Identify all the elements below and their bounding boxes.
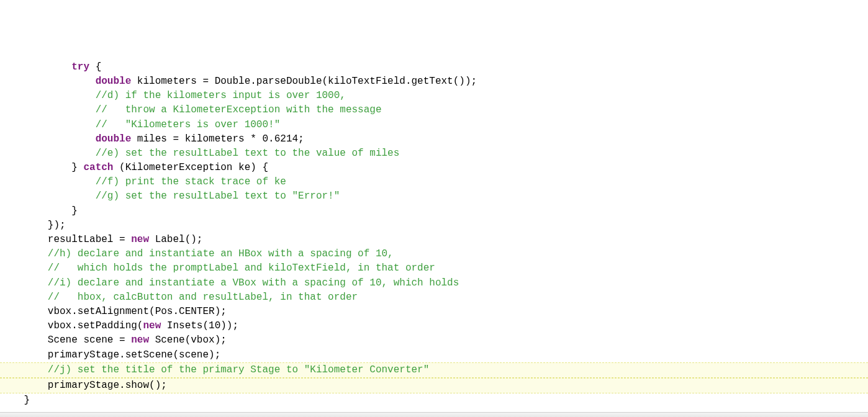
code-line[interactable]: } [0, 204, 868, 218]
indent [0, 104, 96, 115]
code-comment: //j) set the title of the primary Stage … [48, 364, 430, 375]
code-line[interactable]: vbox.setAlignment(Pos.CENTER); [0, 305, 868, 319]
code-keyword: new [131, 234, 149, 245]
indent [0, 148, 96, 159]
code-text: kilometers = Double.parseDouble(kiloText… [131, 76, 477, 87]
indent [0, 364, 48, 375]
code-line[interactable]: }); [0, 218, 868, 233]
indent [0, 349, 48, 361]
indent [0, 277, 48, 289]
code-line[interactable]: double miles = kilometers * 0.6214; [0, 132, 868, 146]
code-keyword: double [96, 133, 132, 145]
code-text: vbox.setAlignment(Pos.CENTER); [48, 306, 227, 317]
code-text: miles = kilometers * 0.6214; [131, 133, 304, 145]
code-text: } [71, 162, 83, 173]
code-line[interactable]: primaryStage.show(); [0, 378, 868, 393]
code-line[interactable]: } [0, 393, 868, 408]
code-line[interactable]: resultLabel = new Label(); [0, 233, 868, 247]
indent [0, 234, 48, 245]
code-line[interactable]: // which holds the promptLabel and kiloT… [0, 261, 868, 276]
code-text: (KilometerException ke) { [113, 162, 268, 173]
code-line[interactable]: try { [0, 60, 868, 74]
code-comment: //d) if the kilometers input is over 100… [96, 90, 346, 101]
code-line[interactable]: // "Kilometers is over 1000!" [0, 118, 868, 132]
code-comment: // "Kilometers is over 1000!" [96, 119, 281, 130]
code-text: Scene(vbox); [149, 334, 227, 346]
code-comment: //e) set the resultLabel text to the val… [96, 148, 400, 159]
code-text: } [71, 205, 78, 217]
code-comment: //g) set the resultLabel text to "Error!… [96, 191, 340, 202]
code-line[interactable]: //d) if the kilometers input is over 100… [0, 89, 868, 103]
indent [0, 220, 48, 231]
code-line[interactable]: } catch (KilometerException ke) { [0, 161, 868, 175]
indent [0, 380, 48, 391]
code-line[interactable]: //j) set the title of the primary Stage … [0, 362, 868, 378]
code-line[interactable]: vbox.setPadding(new Insets(10)); [0, 319, 868, 333]
indent [0, 205, 71, 217]
code-comment: // which holds the promptLabel and kiloT… [48, 262, 435, 274]
indent [0, 306, 48, 317]
code-line[interactable]: //i) declare and instantiate a VBox with… [0, 276, 868, 290]
indent [0, 248, 48, 259]
code-line[interactable]: //h) declare and instantiate an HBox wit… [0, 247, 868, 261]
code-text: vbox.setPadding( [48, 320, 143, 331]
code-keyword: double [96, 76, 132, 87]
indent [0, 61, 71, 73]
indent [0, 395, 24, 406]
code-text: { [89, 61, 101, 73]
code-line[interactable]: double kilometers = Double.parseDouble(k… [0, 74, 868, 89]
indent [0, 133, 96, 145]
indent [0, 119, 96, 130]
code-comment: // throw a KilometerException with the m… [96, 104, 382, 115]
code-line[interactable]: Scene scene = new Scene(vbox); [0, 333, 868, 348]
code-comment: //h) declare and instantiate an HBox wit… [48, 248, 394, 259]
code-text: Label(); [149, 234, 202, 245]
code-line[interactable]: primaryStage.setScene(scene); [0, 348, 868, 362]
code-keyword: new [131, 334, 149, 346]
code-comment: // hbox, calcButton and resultLabel, in … [48, 292, 358, 303]
code-line[interactable]: //f) print the stack trace of ke [0, 175, 868, 189]
code-text: resultLabel = [48, 234, 131, 245]
code-line[interactable]: // throw a KilometerException with the m… [0, 103, 868, 117]
code-text: primaryStage.setScene(scene); [48, 349, 220, 361]
code-comment: //i) declare and instantiate a VBox with… [48, 277, 459, 289]
code-text: Insets(10)); [161, 320, 238, 331]
indent [0, 76, 96, 87]
code-keyword: new [143, 320, 161, 331]
code-text: } [24, 395, 30, 406]
code-editor[interactable]: try { double kilometers = Double.parseDo… [0, 60, 868, 408]
indent [0, 334, 48, 346]
code-text: }); [48, 220, 66, 231]
code-keyword: try [71, 61, 89, 73]
code-text: primaryStage.show(); [48, 380, 167, 391]
status-bar [0, 412, 868, 417]
indent [0, 162, 71, 173]
indent [0, 176, 96, 187]
indent [0, 292, 48, 303]
code-comment: //f) print the stack trace of ke [96, 176, 286, 187]
indent [0, 262, 48, 274]
code-line[interactable]: //g) set the resultLabel text to "Error!… [0, 189, 868, 204]
indent [0, 320, 48, 331]
code-line[interactable]: //e) set the resultLabel text to the val… [0, 146, 868, 161]
code-text: Scene scene = [48, 334, 131, 346]
indent [0, 191, 96, 202]
code-keyword: catch [83, 162, 113, 173]
code-line[interactable]: // hbox, calcButton and resultLabel, in … [0, 290, 868, 305]
indent [0, 90, 96, 101]
